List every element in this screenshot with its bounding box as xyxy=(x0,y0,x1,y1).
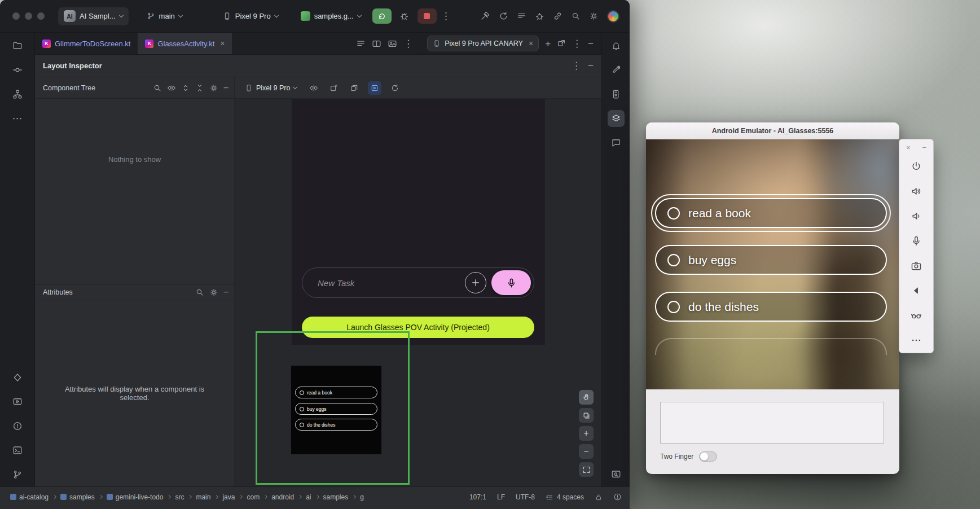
stop-button[interactable] xyxy=(418,8,437,24)
structure-tool-button[interactable] xyxy=(9,86,26,103)
rerun-button[interactable] xyxy=(372,8,392,24)
layer-snapshot-button[interactable] xyxy=(348,81,361,95)
line-ending[interactable]: LF xyxy=(497,493,505,501)
target-device-selector[interactable]: Pixel 9 Pro xyxy=(217,7,284,25)
touchpad-area[interactable] xyxy=(660,402,884,444)
zoom-out-button[interactable]: − xyxy=(579,444,594,459)
layout-inspector-tool-button[interactable] xyxy=(608,110,625,127)
project-selector[interactable]: AI AI Sampl... xyxy=(58,7,129,25)
breadcrumb-item[interactable]: android xyxy=(271,493,294,501)
emulator-minimize-button[interactable]: − xyxy=(922,144,926,151)
snapshot-button[interactable] xyxy=(327,81,341,95)
lock-icon[interactable] xyxy=(595,493,603,501)
two-finger-toggle[interactable] xyxy=(699,451,717,462)
sync-icon[interactable] xyxy=(499,11,508,21)
gear-icon[interactable] xyxy=(209,288,218,297)
problems-tool-button[interactable] xyxy=(9,418,26,435)
link-icon[interactable] xyxy=(553,11,562,21)
hammer-icon[interactable] xyxy=(481,11,490,21)
project-tool-button[interactable] xyxy=(9,37,26,54)
launch-glasses-button[interactable]: Launch Glasses POV Activity (Projected) xyxy=(302,317,534,338)
build-tool-button[interactable] xyxy=(608,62,625,78)
live-updates-toggle[interactable] xyxy=(368,81,381,95)
volume-up-button[interactable] xyxy=(907,182,926,201)
running-devices-tool-button[interactable] xyxy=(9,393,26,410)
file-encoding[interactable]: UTF-8 xyxy=(516,493,535,501)
bug-outline-icon[interactable] xyxy=(535,11,544,21)
breadcrumb-item[interactable]: com xyxy=(247,493,260,501)
cursor-position[interactable]: 107:1 xyxy=(469,493,486,501)
breadcrumb-item[interactable]: java xyxy=(222,493,235,501)
terminal-tool-button[interactable] xyxy=(9,442,26,459)
open-in-window-icon[interactable] xyxy=(557,39,566,48)
power-button[interactable] xyxy=(907,157,926,176)
breadcrumb-item[interactable]: g xyxy=(360,493,364,501)
emulator-close-button[interactable]: × xyxy=(906,144,911,151)
voice-input-button[interactable] xyxy=(491,270,531,295)
add-device-tab-button[interactable]: + xyxy=(545,39,551,49)
design-view-icon[interactable] xyxy=(388,39,397,49)
split-view-icon[interactable] xyxy=(372,39,381,49)
close-window-button[interactable] xyxy=(12,12,20,20)
emulator-titlebar[interactable]: Android Emulator - AI_Glasses:5556 xyxy=(646,122,899,139)
todo-pill[interactable]: do the dishes xyxy=(655,292,887,322)
mini-todo-pill[interactable]: do the dishes xyxy=(295,419,377,431)
zoom-in-button[interactable]: + xyxy=(579,426,594,441)
back-button[interactable] xyxy=(907,281,926,300)
version-control-tool-button[interactable] xyxy=(9,466,26,483)
view-options-button[interactable] xyxy=(307,81,320,95)
expand-all-icon[interactable] xyxy=(181,84,190,93)
more-controls-button[interactable] xyxy=(907,331,926,350)
editor-more-button[interactable]: ⋮ xyxy=(403,39,413,49)
search-icon[interactable] xyxy=(571,11,581,21)
close-tab-icon[interactable]: × xyxy=(220,40,225,47)
phone-display-mirror[interactable]: New Task Launch Glasses POV Activity (Pr… xyxy=(292,99,545,345)
camera-button[interactable] xyxy=(907,256,926,275)
refresh-button[interactable] xyxy=(388,81,402,95)
inspector-more-button[interactable]: ⋮ xyxy=(572,61,581,71)
tab-glasses-activity[interactable]: K GlassesActivity.kt × xyxy=(138,33,232,54)
branch-selector[interactable]: main xyxy=(141,7,188,25)
layer-spacing-button[interactable] xyxy=(579,408,594,423)
breadcrumb-item[interactable]: ai xyxy=(306,493,311,501)
running-device-tab[interactable]: Pixel 9 Pro API CANARY × xyxy=(427,36,539,51)
device-manager-button[interactable] xyxy=(608,86,625,103)
indent-settings[interactable]: 4 spaces xyxy=(546,493,584,501)
hide-inspector-button[interactable]: − xyxy=(588,61,594,71)
gear-icon[interactable] xyxy=(209,84,218,93)
gemini-chat-button[interactable] xyxy=(608,134,625,151)
todo-pill[interactable]: buy eggs xyxy=(655,245,887,275)
pan-mode-button[interactable] xyxy=(579,390,594,405)
list-icon[interactable] xyxy=(517,11,526,21)
microphone-button[interactable] xyxy=(907,231,926,251)
minimize-window-button[interactable] xyxy=(25,12,32,20)
new-task-input[interactable]: New Task xyxy=(302,267,534,298)
breadcrumb-item[interactable]: src xyxy=(175,493,184,501)
breadcrumb[interactable]: ai-catalog samples gemini-live-todo src … xyxy=(10,493,364,501)
hide-devices-panel-button[interactable]: − xyxy=(588,39,594,49)
assistant-tool-button[interactable] xyxy=(9,369,26,386)
mini-todo-pill[interactable]: buy eggs xyxy=(295,403,377,415)
hide-tree-button[interactable]: − xyxy=(223,84,228,93)
devices-more-button[interactable]: ⋮ xyxy=(572,39,582,49)
todo-pill[interactable]: read a book xyxy=(655,198,887,228)
ui-check-button[interactable] xyxy=(608,466,625,483)
zoom-fit-button[interactable] xyxy=(579,462,594,477)
zoom-window-button[interactable] xyxy=(37,12,45,20)
breadcrumb-item[interactable]: ai-catalog xyxy=(19,493,49,501)
search-icon[interactable] xyxy=(195,288,204,297)
profile-avatar[interactable] xyxy=(607,10,619,23)
breadcrumb-item[interactable]: gemini-live-todo xyxy=(116,493,164,501)
hide-attributes-button[interactable]: − xyxy=(223,288,228,297)
close-tab-icon[interactable]: × xyxy=(529,40,533,47)
glasses-display-mirror[interactable]: read a book buy eggs do the dishes xyxy=(291,366,381,454)
breadcrumb-item[interactable]: samples xyxy=(69,493,95,501)
mini-todo-pill[interactable]: read a book xyxy=(295,387,377,398)
device-render-area[interactable]: New Task Launch Glasses POV Activity (Pr… xyxy=(235,99,601,486)
breadcrumb-item[interactable]: samples xyxy=(323,493,349,501)
tab-glimmer-todo-screen[interactable]: K GlimmerToDoScreen.kt xyxy=(35,33,138,54)
collapse-all-icon[interactable] xyxy=(195,84,204,93)
glasses-mode-button[interactable] xyxy=(907,306,926,325)
commit-tool-button[interactable] xyxy=(9,62,26,78)
eye-icon[interactable] xyxy=(167,84,176,93)
